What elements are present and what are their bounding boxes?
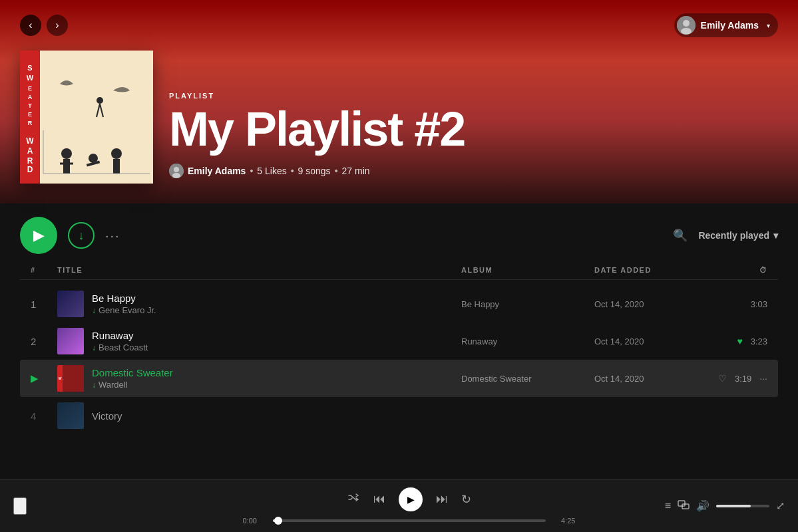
- more-options-button[interactable]: ···: [105, 228, 120, 243]
- track-thumbnail: [57, 291, 84, 317]
- player-play-button[interactable]: ▶: [399, 487, 423, 511]
- track-list: # TITLE ALBUM DATE ADDED ⏱ 1 Be Happy ↓ …: [0, 261, 798, 434]
- track-info: Runaway ↓ Beast Coastt: [92, 330, 148, 352]
- col-album: ALBUM: [461, 266, 594, 274]
- sort-chevron-icon: ▾: [773, 230, 778, 241]
- queue-button[interactable]: ≡: [665, 500, 671, 512]
- player-center: ⏮ ▶ ⏭ ↻ 0:00 4:25: [180, 487, 638, 525]
- shuffle-button[interactable]: [347, 491, 360, 507]
- playback-controls: ⏮ ▶ ⏭ ↻: [347, 487, 471, 511]
- svg-text:E: E: [28, 111, 32, 118]
- download-icon: ↓: [92, 306, 96, 315]
- svg-text:D: D: [27, 165, 33, 174]
- track-duration-cell: ♥ 3:23: [714, 336, 767, 346]
- track-title-cell: Be Happy ↓ Gene Evaro Jr.: [57, 291, 461, 317]
- track-info: Be Happy ↓ Gene Evaro Jr.: [92, 293, 156, 315]
- col-date: DATE ADDED: [594, 266, 714, 274]
- like-button[interactable]: ♡: [718, 373, 727, 384]
- table-row[interactable]: 2 Runaway ↓ Beast Coastt Runaway Oct 14,…: [20, 323, 778, 360]
- playlist-owner: Emily Adams: [188, 166, 246, 176]
- track-date: Oct 14, 2020: [594, 374, 714, 384]
- user-profile-menu[interactable]: Emily Adams ▾: [674, 13, 778, 37]
- playlist-likes: 5 Likes: [257, 166, 286, 176]
- table-row[interactable]: 1 Be Happy ↓ Gene Evaro Jr. Be Happy Oct…: [20, 285, 778, 323]
- volume-fill: [716, 505, 751, 507]
- track-name: Victory: [92, 410, 122, 422]
- table-row[interactable]: 4 Victory: [20, 397, 778, 434]
- track-name: Be Happy: [92, 293, 156, 304]
- controls-bar: ▶ ↓ ··· 🔍 Recently played ▾: [0, 203, 798, 261]
- forward-button[interactable]: ›: [47, 15, 68, 36]
- track-album: Be Happy: [461, 299, 594, 309]
- player-left: ♡: [13, 497, 180, 515]
- track-thumbnail: [57, 328, 84, 354]
- playlist-metadata: PLAYLIST My Playlist #2 Emily Adams • 5 …: [169, 92, 465, 184]
- svg-rect-34: [678, 501, 685, 506]
- download-button[interactable]: ↓: [68, 222, 95, 249]
- col-num: #: [31, 266, 57, 274]
- svg-text:S: S: [27, 64, 32, 72]
- playlist-duration: 27 min: [342, 166, 370, 176]
- progress-track[interactable]: [273, 519, 546, 522]
- track-info: Victory: [92, 410, 122, 422]
- svg-point-29: [174, 167, 179, 172]
- playlist-info: S W E A T E R W A R D: [20, 51, 778, 184]
- search-button[interactable]: 🔍: [673, 228, 688, 243]
- svg-text:W: W: [27, 74, 34, 82]
- total-time: 4:25: [552, 517, 576, 525]
- current-time: 0:00: [243, 517, 266, 525]
- svg-point-2: [681, 28, 692, 35]
- track-album: Runaway: [461, 336, 594, 346]
- sort-dropdown[interactable]: Recently played ▾: [698, 230, 778, 241]
- liked-icon[interactable]: ♥: [737, 336, 742, 346]
- next-button[interactable]: ⏭: [436, 492, 448, 506]
- top-nav: ‹ › Emily Adams ▾: [20, 13, 778, 37]
- volume-button[interactable]: 🔊: [696, 499, 709, 512]
- player-heart-button[interactable]: ♡: [13, 497, 27, 515]
- svg-text:T: T: [28, 102, 32, 109]
- track-artist: ↓ Gene Evaro Jr.: [92, 305, 156, 315]
- table-row[interactable]: ▶ W Domestic Sweater ↓ Wardell Domestic …: [20, 360, 778, 397]
- devices-button[interactable]: [678, 499, 690, 513]
- svg-text:A: A: [27, 146, 33, 156]
- track-number: 2: [31, 336, 57, 347]
- track-duration-cell: 3:03: [714, 299, 767, 309]
- avatar: [677, 16, 696, 35]
- playlist-cover: S W E A T E R W A R D: [20, 51, 153, 184]
- svg-rect-22: [113, 159, 120, 174]
- svg-point-30: [172, 173, 180, 178]
- player-right: ≡ 🔊 ⤢: [638, 499, 785, 513]
- download-icon: ↓: [92, 343, 96, 352]
- fullscreen-button[interactable]: ⤢: [776, 499, 785, 512]
- playlist-details: Emily Adams • 5 Likes • 9 songs • 27 min: [169, 164, 465, 178]
- svg-rect-17: [63, 159, 70, 174]
- previous-button[interactable]: ⏮: [373, 492, 385, 506]
- back-button[interactable]: ‹: [20, 15, 41, 36]
- track-number: 4: [31, 410, 57, 422]
- play-button[interactable]: ▶: [20, 217, 57, 254]
- col-title: TITLE: [57, 266, 461, 274]
- col-duration: ⏱: [714, 266, 767, 274]
- hero-section: ‹ › Emily Adams ▾ S: [0, 0, 798, 203]
- track-duration-cell: ♡ 3:19 ···: [714, 373, 767, 384]
- more-dots-icon[interactable]: ···: [759, 373, 767, 384]
- repeat-button[interactable]: ↻: [461, 492, 471, 507]
- nav-buttons: ‹ ›: [20, 15, 68, 36]
- progress-handle[interactable]: [274, 517, 282, 525]
- svg-point-25: [97, 97, 103, 104]
- svg-text:W: W: [59, 376, 62, 380]
- progress-bar-container: 0:00 4:25: [243, 517, 576, 525]
- track-name: Runaway: [92, 330, 148, 341]
- track-artist: ↓ Wardell: [92, 380, 173, 390]
- svg-text:W: W: [26, 136, 34, 146]
- track-info: Domestic Sweater ↓ Wardell: [92, 367, 173, 390]
- volume-bar[interactable]: [716, 505, 769, 507]
- track-title-cell: Runaway ↓ Beast Coastt: [57, 328, 461, 354]
- track-date: Oct 14, 2020: [594, 299, 714, 309]
- controls-right: 🔍 Recently played ▾: [673, 228, 778, 243]
- user-name: Emily Adams: [701, 20, 759, 31]
- track-thumbnail: [57, 402, 84, 429]
- track-number: 1: [31, 299, 57, 310]
- track-thumbnail: W: [57, 365, 84, 392]
- track-artist: ↓ Beast Coastt: [92, 342, 148, 352]
